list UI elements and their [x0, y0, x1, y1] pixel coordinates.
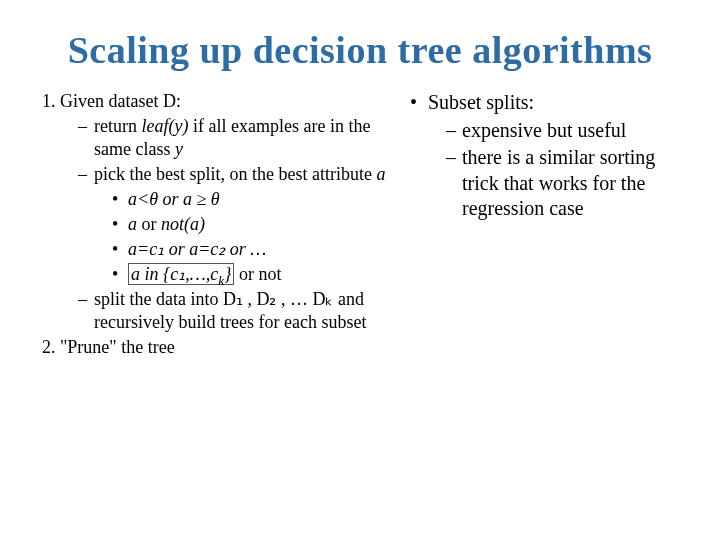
italic-text: a=c₁ or a=c₂ or …: [128, 239, 266, 259]
italic-text: a: [128, 214, 137, 234]
text: pick the best split, on the best attribu…: [94, 164, 376, 184]
text: expensive but useful: [462, 119, 626, 141]
italic-text: a<θ or a ≥ θ: [128, 189, 220, 209]
text: return: [94, 116, 141, 136]
sub-list: expensive but useful there is a similar …: [428, 118, 690, 222]
italic-text: not(a): [161, 214, 205, 234]
content-columns: Given dataset D: return leaf(y) if all e…: [30, 90, 690, 361]
list-item: "Prune" the tree: [60, 336, 390, 359]
text: or: [137, 214, 161, 234]
list-item: a in {c₁,…,ck} or not: [112, 263, 390, 286]
sub-sub-list: a<θ or a ≥ θ a or not(a) a=c₁ or a=c₂ or…: [94, 188, 390, 286]
italic-text: leaf(y): [141, 116, 188, 136]
slide-title: Scaling up decision tree algorithms: [30, 28, 690, 72]
text: or not: [234, 264, 281, 284]
right-list: Subset splits: expensive but useful ther…: [400, 90, 690, 222]
slide: Scaling up decision tree algorithms Give…: [0, 0, 720, 540]
list-item: split the data into D₁ , D₂ , … Dₖ and r…: [78, 288, 390, 334]
list-item: there is a similar sorting trick that wo…: [446, 145, 690, 222]
left-column: Given dataset D: return leaf(y) if all e…: [30, 90, 390, 361]
italic-text: a in {c₁,…,c: [131, 264, 218, 284]
italic-text: a: [376, 164, 385, 184]
list-item: a<θ or a ≥ θ: [112, 188, 390, 211]
list-item: a or not(a): [112, 213, 390, 236]
list-item: return leaf(y) if all examples are in th…: [78, 115, 390, 161]
right-column: Subset splits: expensive but useful ther…: [400, 90, 690, 361]
list-item: Subset splits: expensive but useful ther…: [410, 90, 690, 222]
text: "Prune" the tree: [60, 337, 175, 357]
list-item: a=c₁ or a=c₂ or …: [112, 238, 390, 261]
sub-list: return leaf(y) if all examples are in th…: [60, 115, 390, 334]
text: there is a similar sorting trick that wo…: [462, 146, 655, 219]
list-item: Given dataset D: return leaf(y) if all e…: [60, 90, 390, 334]
italic-text: }: [224, 264, 231, 284]
list-item: expensive but useful: [446, 118, 690, 144]
boxed-text: a in {c₁,…,ck}: [128, 263, 234, 285]
text: split the data into D₁ , D₂ , … Dₖ and r…: [94, 289, 366, 332]
list-item: pick the best split, on the best attribu…: [78, 163, 390, 286]
text: Subset splits:: [428, 91, 534, 113]
text: Given dataset D:: [60, 91, 181, 111]
left-list: Given dataset D: return leaf(y) if all e…: [30, 90, 390, 359]
italic-text: y: [175, 139, 183, 159]
